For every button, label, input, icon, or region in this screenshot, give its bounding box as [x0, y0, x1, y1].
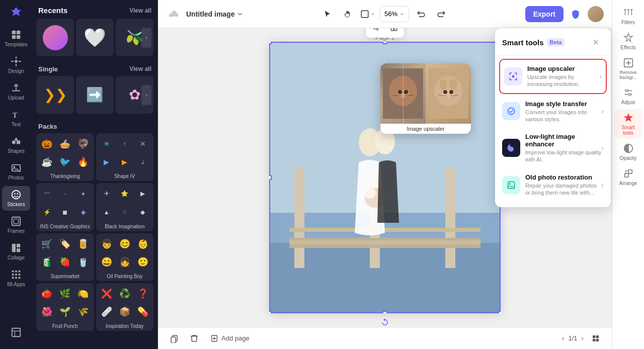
svg-rect-22	[12, 274, 14, 276]
handle-tc[interactable]	[382, 42, 387, 44]
recent-thumb-3[interactable]: 🫒 ›	[116, 19, 153, 56]
packs-row-4: 🍅 🌿 🍋 🌺 🌱 🌾 Fruit Punch ❌ ♻️ ❓ 🩹 📦 💊	[36, 283, 153, 331]
pack-name-ins: INS Creative Graphics	[36, 223, 94, 231]
pack-inspiration[interactable]: ❌ ♻️ ❓ 🩹 📦 💊 Inspiration Today	[96, 283, 154, 331]
pack-thanksgiving[interactable]: 🎃 🥧 🦃 ☕ 🐦 🔥 Thanksgiving	[36, 133, 94, 181]
close-smart-panel-btn[interactable]	[588, 34, 604, 50]
handle-ml[interactable]	[269, 175, 272, 180]
select-tool-btn[interactable]	[319, 6, 336, 22]
sticker-cell: ✈	[98, 185, 115, 202]
sidebar-item-design[interactable]: Design	[2, 53, 30, 77]
rs-remove-bg[interactable]: Remove backgr...	[614, 54, 642, 83]
svg-point-35	[404, 79, 412, 90]
sticker-cell: 💊	[134, 303, 151, 320]
document-title[interactable]: Untitled image	[186, 10, 244, 18]
sidebar-label-frames: Frames	[8, 228, 25, 234]
zoom-control[interactable]: 56%	[380, 6, 409, 22]
view-all-recents[interactable]: View all	[129, 7, 151, 14]
prev-page-btn[interactable]: ‹	[562, 334, 564, 342]
handle-bc[interactable]	[382, 311, 387, 313]
upscaler-name: Image upscaler	[527, 65, 599, 72]
tool-image-upscaler[interactable]: Image upscaler Upscale images by increas…	[499, 59, 607, 94]
pack-fruit-punch[interactable]: 🍅 🌿 🍋 🌺 🌱 🌾 Fruit Punch	[36, 283, 94, 331]
sticker-cell: 🧃	[38, 253, 55, 271]
svg-rect-92	[624, 173, 628, 177]
single-thumb-2[interactable]: ➡️	[76, 76, 114, 114]
smart-crop-btn[interactable]	[386, 28, 402, 36]
single-chevron[interactable]: ›	[141, 85, 151, 105]
cat-after	[426, 63, 471, 124]
recent-thumb-1[interactable]	[36, 19, 74, 56]
add-page-button[interactable]: Add page	[206, 332, 254, 344]
opacity-icon	[623, 143, 634, 154]
undo-btn[interactable]	[413, 6, 429, 22]
redo-btn[interactable]	[433, 6, 449, 22]
shapes-icon	[11, 136, 22, 147]
sidebar-item-shapes[interactable]: Shapes	[2, 133, 30, 157]
old-photo-name: Old photo restoration	[525, 173, 601, 181]
single-thumb-3[interactable]: ✿ ›	[116, 76, 153, 114]
old-photo-chevron: ›	[601, 181, 604, 189]
rs-label-adjust: Adjust	[621, 100, 635, 105]
sidebar-item-templates[interactable]: Templates	[2, 26, 30, 51]
sidebar-item-collage[interactable]: Collage	[2, 239, 30, 264]
rs-opacity[interactable]: Opacity	[614, 140, 642, 164]
style-transfer-name: Image style transfer	[525, 100, 601, 108]
svg-rect-14	[12, 217, 21, 226]
user-avatar[interactable]	[588, 6, 604, 22]
style-transfer-chevron: ›	[601, 107, 604, 115]
svg-rect-15	[14, 219, 18, 223]
sticker-cell: ·∙	[56, 185, 73, 202]
rs-smart-tools[interactable]: Smart tools	[614, 109, 642, 139]
handle-tl[interactable]	[269, 42, 272, 44]
svg-point-48	[449, 90, 453, 94]
duplicate-page-btn[interactable]	[166, 330, 182, 346]
sticker-cell: 🌺	[38, 303, 55, 320]
tool-old-photo[interactable]: Old photo restoration Repair your damage…	[495, 168, 611, 202]
pack-supermarket[interactable]: 🛒 🏷️ 🥫 🧃 🍓 🥤 Supermarket	[36, 233, 94, 281]
tool-low-light[interactable]: Low-light image enhancer Improve low-lig…	[495, 128, 611, 168]
svg-rect-70	[171, 337, 176, 343]
tool-image-style-transfer[interactable]: Image style transfer Convert your images…	[495, 95, 611, 128]
svg-point-4	[15, 60, 18, 63]
next-page-btn[interactable]: ›	[582, 334, 584, 342]
sidebar-item-photos[interactable]: Photos	[2, 159, 30, 184]
recent-thumb-2[interactable]: 🤍	[76, 19, 114, 56]
sticker-cell: ▶	[116, 153, 133, 170]
cat-after-img	[428, 68, 468, 119]
pack-name-black-imagination: Black Imagination	[96, 223, 154, 231]
help-icon	[11, 327, 22, 338]
crop-btn[interactable]	[368, 28, 384, 36]
rs-arrange[interactable]: Arrange	[614, 165, 642, 189]
pack-shape-iv[interactable]: ✳ ↑ ✕ ▶ ▶ ♩ Shape IV	[96, 133, 154, 181]
style-transfer-desc: Convert your images into various styles.	[525, 109, 601, 123]
pack-ins[interactable]: 〰 ·∙ ● ⚡ ◼ ◆ INS Creative Graphics	[36, 183, 94, 231]
handle-br[interactable]	[498, 311, 501, 313]
pack-black-imagination[interactable]: ✈ ⭐ ▶ ▲ ◾ ◆ Black Imagination	[96, 183, 154, 231]
delete-page-btn[interactable]	[186, 330, 202, 346]
sidebar-item-frames[interactable]: Frames	[2, 213, 30, 237]
svg-point-13	[17, 193, 18, 195]
export-button[interactable]: Export	[525, 6, 564, 22]
rotate-handle[interactable]	[380, 317, 390, 327]
layout-btn[interactable]	[360, 6, 376, 22]
effects-icon	[623, 32, 634, 43]
sidebar-item-help[interactable]	[2, 324, 30, 341]
rs-effects[interactable]: Effects	[614, 29, 642, 53]
grid-view-btn[interactable]	[588, 330, 604, 346]
rs-filters[interactable]: Filters	[614, 4, 642, 28]
hand-tool-btn[interactable]	[340, 6, 356, 22]
sidebar-item-text[interactable]: T Text	[2, 106, 30, 131]
svg-rect-2	[12, 35, 16, 39]
handle-bl[interactable]	[269, 311, 272, 313]
sidebar-label-collage: Collage	[8, 255, 25, 261]
sidebar-item-stickers[interactable]: Stickers	[2, 186, 30, 211]
rs-adjust[interactable]: Adjust	[614, 84, 642, 108]
design-icon	[11, 56, 22, 67]
recents-chevron[interactable]: ›	[141, 28, 151, 48]
view-all-single[interactable]: View all	[129, 65, 151, 73]
pack-oil-painting[interactable]: 👦 😊 👶 😄 👧 🙂 Oil Painting Boy	[96, 233, 154, 281]
sidebar-item-apps[interactable]: 88 Apps	[2, 266, 30, 291]
sidebar-item-upload[interactable]: Upload	[2, 79, 30, 104]
single-thumb-1[interactable]: ❯❯	[36, 76, 74, 114]
